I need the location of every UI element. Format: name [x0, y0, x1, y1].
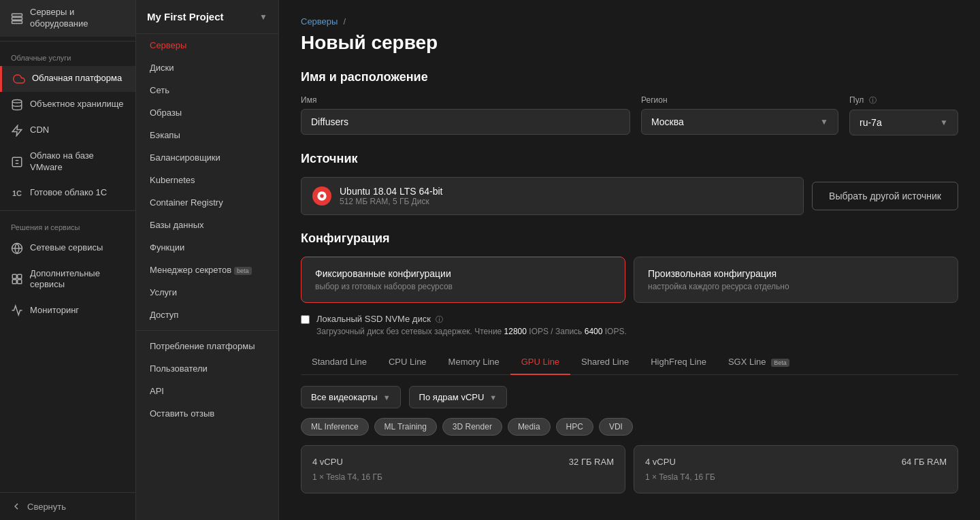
pool-value: ru-7a	[860, 117, 882, 128]
nvme-write-val: 6400	[585, 327, 603, 336]
sidebar-item-label: Сетевые сервисы	[30, 242, 103, 254]
sidebar-item-1c[interactable]: 1С Готовое облако 1С	[0, 180, 135, 206]
svg-rect-5	[12, 157, 22, 167]
breadcrumb-link[interactable]: Серверы	[301, 16, 338, 27]
storage-icon	[11, 99, 23, 111]
server-card-top-1: 4 vCPU 64 ГБ RAM	[645, 457, 947, 467]
project-nav-services[interactable]: Услуги	[136, 281, 278, 304]
gpu-filter-dropdown[interactable]: Все видеокарты ▼	[301, 386, 401, 408]
sidebar-item-label: CDN	[30, 125, 49, 136]
vcpu-label-1: 4 vCPU	[645, 457, 676, 467]
svg-point-13	[320, 194, 323, 197]
sidebar-item-cdn[interactable]: CDN	[0, 118, 135, 144]
tab-cpu[interactable]: CPU Line	[378, 350, 438, 375]
project-nav-api[interactable]: API	[136, 380, 278, 402]
sidebar-collapse-area: Свернуть	[0, 492, 135, 520]
tab-highfreq[interactable]: HighFreq Line	[640, 350, 717, 375]
filter-tag-vdi[interactable]: VDI	[599, 418, 633, 436]
name-input[interactable]	[301, 109, 630, 135]
config-fixed-title: Фиксированные конфигурации	[315, 268, 611, 279]
breadcrumb: Серверы /	[301, 16, 958, 27]
config-custom-desc: настройка каждого ресурса отдельно	[648, 282, 944, 291]
svg-rect-0	[12, 14, 22, 16]
svg-marker-4	[12, 125, 22, 135]
config-tabs: Standard Line CPU Line Memory Line GPU L…	[301, 350, 958, 375]
sort-filter-dropdown[interactable]: По ядрам vCPU ▼	[409, 386, 508, 408]
project-nav-kubernetes[interactable]: Kubernetes	[136, 169, 278, 191]
sidebar-item-label: Облако на базе VMware	[30, 150, 125, 174]
pool-help-icon[interactable]: ⓘ	[869, 96, 877, 104]
svg-rect-1	[12, 17, 22, 20]
project-nav-images[interactable]: Образы	[136, 101, 278, 124]
project-nav-balancers[interactable]: Балансировщики	[136, 146, 278, 169]
server-card-top-0: 4 vCPU 32 ГБ RAM	[312, 457, 614, 467]
source-row: Ubuntu 18.04 LTS 64-bit 512 МБ RAM, 5 ГБ…	[301, 177, 958, 215]
gpu-filter-arrow-icon: ▼	[383, 393, 391, 402]
sidebar-item-servers-hardware[interactable]: Серверы и оборудование	[0, 0, 135, 37]
region-chevron-icon: ▼	[820, 117, 828, 127]
server-card-0[interactable]: 4 vCPU 32 ГБ RAM 1 × Tesla T4, 16 ГБ	[301, 445, 625, 493]
name-group: Имя	[301, 95, 630, 135]
sidebar-item-object-storage[interactable]: Объектное хранилище	[0, 92, 135, 118]
pool-chevron-icon: ▼	[940, 118, 948, 127]
config-custom-card[interactable]: Произвольная конфигурация настройка кажд…	[634, 257, 958, 303]
filter-tag-3d-render[interactable]: 3D Render	[442, 418, 502, 436]
region-select[interactable]: Москва ▼	[641, 109, 838, 135]
project-nav-container-registry[interactable]: Container Registry	[136, 191, 278, 214]
breadcrumb-separator: /	[343, 16, 346, 27]
cloud-icon	[13, 73, 25, 85]
filter-tag-media[interactable]: Media	[508, 418, 551, 436]
nvme-checkbox[interactable]	[301, 315, 310, 324]
sidebar-item-network-services[interactable]: Сетевые сервисы	[0, 235, 135, 261]
sort-filter-arrow-icon: ▼	[489, 393, 497, 402]
project-nav-secrets[interactable]: Менеджер секретовbeta	[136, 259, 278, 281]
tab-sgx-label: SGX Line	[728, 357, 766, 367]
project-nav-consumption[interactable]: Потребление платформы	[136, 335, 278, 357]
project-nav-disks[interactable]: Диски	[136, 56, 278, 79]
svg-rect-10	[12, 280, 16, 284]
config-fixed-desc: выбор из готовых наборов ресурсов	[315, 282, 611, 291]
network-icon	[11, 242, 23, 255]
sidebar-item-vmware[interactable]: Облако на базе VMware	[0, 144, 135, 180]
filter-tag-ml-training[interactable]: ML Training	[374, 418, 437, 436]
sidebar-item-label: Готовое облако 1С	[30, 187, 107, 199]
source-title: Источник	[301, 152, 958, 166]
project-nav-access[interactable]: Доступ	[136, 304, 278, 326]
nvme-label: Локальный SSD NVMe диск ⓘ	[316, 314, 627, 325]
project-nav-feedback[interactable]: Оставить отзыв	[136, 402, 278, 425]
project-panel: My First Project ▼ Серверы Диски Сеть Об…	[136, 0, 279, 520]
tab-sgx[interactable]: SGX Line Beta	[717, 350, 800, 375]
filter-tag-ml-inference[interactable]: ML Inference	[301, 418, 369, 436]
config-options-row: Фиксированные конфигурации выбор из гото…	[301, 257, 958, 303]
tab-standard[interactable]: Standard Line	[301, 350, 378, 375]
server-icon	[11, 12, 23, 25]
pool-select[interactable]: ru-7a ▼	[849, 110, 958, 135]
project-nav-servers[interactable]: Серверы	[136, 34, 278, 56]
change-source-button[interactable]: Выбрать другой источник	[812, 182, 958, 210]
tab-gpu[interactable]: GPU Line	[510, 350, 570, 375]
gpu-filter-label: Все видеокарты	[311, 392, 378, 402]
filters-row: Все видеокарты ▼ По ядрам vCPU ▼	[301, 386, 958, 408]
collapse-button[interactable]: Свернуть	[11, 501, 125, 512]
project-dropdown-arrow[interactable]: ▼	[259, 12, 267, 22]
sidebar-item-cloud-platform[interactable]: Облачная платформа	[0, 66, 135, 92]
main-content: Серверы / Новый сервер Имя и расположени…	[279, 0, 980, 520]
tab-memory[interactable]: Memory Line	[438, 350, 510, 375]
project-nav-network[interactable]: Сеть	[136, 79, 278, 101]
project-nav-users[interactable]: Пользователи	[136, 357, 278, 380]
filter-tag-hpc[interactable]: HPC	[556, 418, 593, 436]
sidebar-item-extra-services[interactable]: Дополнительные сервисы	[0, 261, 135, 298]
project-nav-functions[interactable]: Функции	[136, 236, 278, 259]
vmware-icon	[11, 156, 23, 168]
project-nav-backups[interactable]: Бэкапы	[136, 124, 278, 146]
sidebar-item-monitoring[interactable]: Мониторинг	[0, 297, 135, 323]
project-nav-databases[interactable]: Базы данных	[136, 214, 278, 236]
config-fixed-card[interactable]: Фиксированные конфигурации выбор из гото…	[301, 257, 625, 303]
sidebar-item-label: Облачная платформа	[32, 73, 122, 84]
server-card-1[interactable]: 4 vCPU 64 ГБ RAM 1 × Tesla T4, 16 ГБ	[634, 445, 958, 493]
nvme-help-icon[interactable]: ⓘ	[436, 315, 443, 323]
tab-shared[interactable]: Shared Line	[570, 350, 640, 375]
sidebar-item-label: Мониторинг	[30, 305, 79, 316]
pool-group: Пул ⓘ ru-7a ▼	[849, 95, 958, 135]
filter-tags: ML Inference ML Training 3D Render Media…	[301, 418, 958, 436]
